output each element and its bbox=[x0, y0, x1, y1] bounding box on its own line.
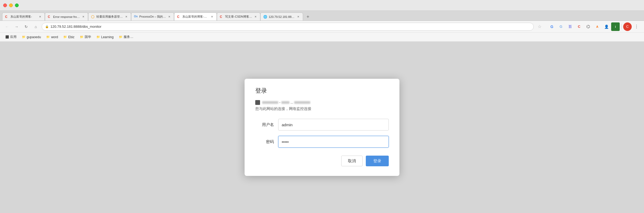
aliyun-icon[interactable]: A bbox=[593, 22, 602, 31]
tab-6-close[interactable]: ✕ bbox=[254, 15, 257, 19]
blurred-text-2 bbox=[281, 101, 289, 104]
close-window-button[interactable] bbox=[3, 3, 7, 7]
dialog-title: 登录 bbox=[255, 87, 389, 95]
profile-button[interactable]: C bbox=[623, 22, 632, 31]
window-controls bbox=[3, 3, 19, 7]
bookmark-gupaoedu-label: gupaoedu bbox=[27, 35, 41, 39]
tab-7-favicon: 🌐 bbox=[263, 15, 267, 19]
apps-grid-icon: ⬛ bbox=[5, 35, 9, 39]
github-icon[interactable]: ⌬ bbox=[584, 22, 592, 31]
tab-3-label: 轻量应用服务器管… bbox=[96, 15, 123, 19]
bookmark-more[interactable]: 📁 服务… bbox=[117, 34, 135, 40]
tab-3-close[interactable]: ✕ bbox=[124, 15, 128, 19]
tab-1-favicon: C bbox=[5, 15, 9, 19]
blurred-text-1 bbox=[262, 101, 278, 104]
bookmark-gupaoedu[interactable]: 📁 gupaoedu bbox=[20, 34, 43, 40]
tab-1[interactable]: C 东山富哥的博客- ✕ bbox=[2, 13, 45, 21]
bookmark-learning[interactable]: 📁 Learning bbox=[94, 34, 116, 40]
bookmark-apps[interactable]: ⬛ 应用 bbox=[3, 34, 19, 40]
tab-3[interactable]: ◯ 轻量应用服务器管… ✕ bbox=[88, 13, 131, 21]
forward-button[interactable]: → bbox=[13, 23, 20, 30]
dialog-actions: 取消 登录 bbox=[255, 156, 389, 166]
reload-button[interactable]: ↻ bbox=[22, 23, 30, 30]
baidu-icon[interactable]: 百 bbox=[566, 22, 574, 31]
tab-7-close[interactable]: ✕ bbox=[296, 15, 300, 19]
bookmark-apps-label: 应用 bbox=[10, 35, 17, 39]
maximize-window-button[interactable] bbox=[15, 3, 19, 7]
address-bar[interactable]: 🔒 120.79.52.181:8888/dbs_monitor bbox=[42, 23, 534, 31]
csdn-icon[interactable]: C bbox=[575, 22, 583, 31]
tab-3-favicon: ◯ bbox=[91, 15, 95, 19]
translate-icon[interactable]: G bbox=[557, 22, 565, 31]
info-blurred-content: - ... bbox=[262, 101, 310, 104]
tab-6[interactable]: C 写文章-CSDN博客… ✕ bbox=[217, 13, 260, 21]
extensions-button[interactable]: ⋮ bbox=[632, 22, 641, 31]
title-bar bbox=[0, 0, 644, 11]
toolbar-separator bbox=[621, 24, 622, 29]
tab-1-close[interactable]: ✕ bbox=[38, 15, 42, 19]
new-tab-button[interactable]: + bbox=[304, 13, 312, 21]
bookmark-more-label: 服务… bbox=[124, 35, 133, 39]
username-label: 用户名 bbox=[255, 122, 274, 127]
bookmark-learning-label: Learning bbox=[101, 35, 114, 39]
tab-2-favicon: C bbox=[48, 15, 52, 19]
tab-4-label: ProcessOn – 我的… bbox=[139, 15, 166, 19]
tab-6-favicon: C bbox=[220, 15, 223, 19]
password-label: 密码 bbox=[255, 139, 274, 144]
password-row: 密码 bbox=[255, 136, 389, 148]
address-text: 120.79.52.181:8888/dbs_monitor bbox=[50, 25, 530, 29]
browser-window: C 东山富哥的博客- ✕ C Error response fro… ✕ ◯ 轻… bbox=[0, 0, 644, 213]
folder-icon-2: 📁 bbox=[46, 35, 50, 39]
dialog-subtitle: 您与此网站的连接，网络监控连接 bbox=[255, 106, 389, 111]
bookmark-ebiz[interactable]: 📁 Ebiz bbox=[61, 34, 76, 40]
dialog-info-row: - ... bbox=[255, 100, 389, 105]
site-icon bbox=[255, 100, 260, 105]
blurred-text-3 bbox=[294, 101, 310, 104]
tab-4-favicon: On bbox=[134, 15, 138, 19]
home-button[interactable]: ⌂ bbox=[32, 23, 40, 30]
login-dialog: 登录 - ... 您与此网站的连接，网络监控连接 用户名 bbox=[245, 79, 399, 176]
username-row: 用户名 bbox=[255, 119, 389, 131]
bookmark-star-button[interactable]: ☆ bbox=[536, 23, 543, 30]
modal-overlay: 登录 - ... 您与此网站的连接，网络监控连接 用户名 bbox=[0, 42, 644, 213]
tab-5-label: 东山富哥的博客-… bbox=[182, 15, 209, 19]
folder-icon-6: 📁 bbox=[119, 35, 123, 39]
bookmark-word[interactable]: 📁 word bbox=[44, 34, 60, 40]
tab-5-close[interactable]: ✕ bbox=[210, 15, 214, 19]
tab-5-favicon: C bbox=[177, 15, 181, 19]
tab-4[interactable]: On ProcessOn – 我的… ✕ bbox=[131, 13, 174, 21]
toolbar-right-icons: G G 百 C ⌬ A 👤 i C ⋮ bbox=[548, 22, 641, 31]
toolbar: ← → ↻ ⌂ 🔒 120.79.52.181:8888/dbs_monitor… bbox=[0, 21, 644, 33]
username-input[interactable] bbox=[278, 119, 389, 131]
folder-icon-4: 📁 bbox=[80, 35, 84, 39]
bookmark-guohua-label: 国华 bbox=[85, 35, 91, 39]
tab-2[interactable]: C Error response fro… ✕ bbox=[45, 13, 88, 21]
folder-icon-3: 📁 bbox=[63, 35, 67, 39]
back-button[interactable]: ← bbox=[3, 23, 11, 30]
lock-icon: 🔒 bbox=[45, 25, 49, 28]
google-icon[interactable]: G bbox=[548, 22, 556, 31]
tab-7[interactable]: 🌐 120.79.52.181:88… ✕ bbox=[260, 13, 303, 21]
bookmark-ebiz-label: Ebiz bbox=[68, 35, 74, 39]
main-content: 登录 - ... 您与此网站的连接，网络监控连接 用户名 bbox=[0, 42, 644, 213]
info-icon[interactable]: i bbox=[611, 22, 620, 31]
tab-6-label: 写文章-CSDN博客… bbox=[225, 15, 252, 19]
bookmark-guohua[interactable]: 📁 国华 bbox=[78, 34, 93, 40]
minimize-window-button[interactable] bbox=[9, 3, 13, 7]
tab-5-active[interactable]: C 东山富哥的博客-… ✕ bbox=[174, 13, 217, 21]
password-input[interactable] bbox=[278, 136, 389, 148]
bookmark-word-label: word bbox=[51, 35, 58, 39]
tab-2-close[interactable]: ✕ bbox=[81, 15, 85, 19]
tab-2-label: Error response fro… bbox=[53, 15, 80, 18]
tab-7-label: 120.79.52.181:88… bbox=[269, 15, 295, 18]
tab-bar: C 东山富哥的博客- ✕ C Error response fro… ✕ ◯ 轻… bbox=[0, 11, 644, 21]
cancel-button[interactable]: 取消 bbox=[341, 156, 363, 166]
bookmarks-bar: ⬛ 应用 📁 gupaoedu 📁 word 📁 Ebiz 📁 国华 📁 Lea… bbox=[0, 33, 644, 42]
tab-1-label: 东山富哥的博客- bbox=[10, 15, 37, 19]
person-icon[interactable]: 👤 bbox=[602, 22, 611, 31]
tab-4-close[interactable]: ✕ bbox=[167, 15, 171, 19]
folder-icon-5: 📁 bbox=[96, 35, 100, 39]
folder-icon-1: 📁 bbox=[22, 35, 26, 39]
login-button[interactable]: 登录 bbox=[366, 156, 389, 166]
